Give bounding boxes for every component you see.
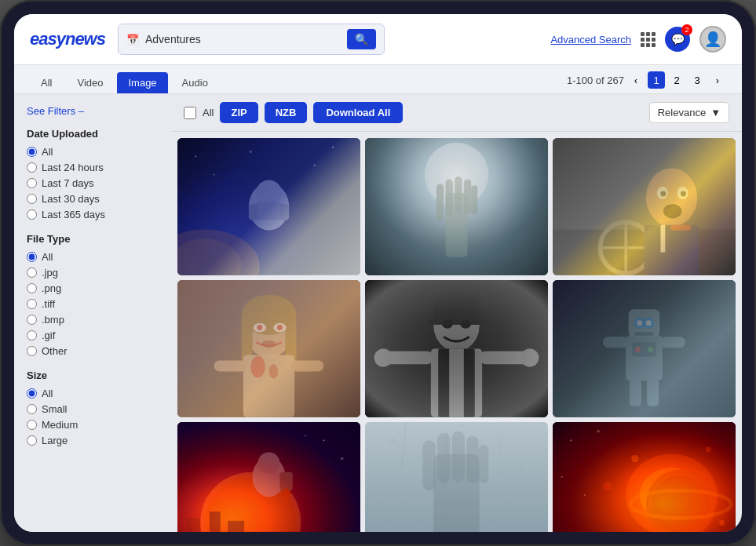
tab-all[interactable]: All [30,72,63,93]
size-medium-option[interactable]: Medium [27,419,159,431]
file-type-title: File Type [27,233,159,245]
svg-point-4 [332,146,334,147]
date-all-option[interactable]: All [27,146,159,158]
pagination: 1-100 of 267 ‹ 1 2 3 › [567,71,726,93]
sort-dropdown[interactable]: Relevance ▼ [649,102,729,123]
svg-point-82 [200,472,301,532]
zip-button[interactable]: ZIP [220,102,257,123]
svg-rect-106 [478,445,488,483]
date-365d-option[interactable]: Last 365 days [27,209,159,220]
svg-rect-74 [603,337,629,348]
next-page-button[interactable]: › [709,71,726,89]
svg-point-67 [643,318,654,329]
image-item-7[interactable] [177,422,360,533]
notification-button[interactable]: 💬 2 [665,27,690,52]
svg-point-119 [603,481,612,490]
size-all-option[interactable]: All [27,388,159,399]
svg-rect-35 [177,280,360,417]
svg-rect-21 [553,138,736,275]
svg-point-44 [261,340,276,348]
type-bmp-option[interactable]: .bmp [27,314,159,326]
nzb-button[interactable]: NZB [265,102,308,123]
svg-rect-89 [187,518,200,532]
tab-audio[interactable]: Audio [171,72,219,93]
download-all-button[interactable]: Download All [313,102,403,123]
advanced-search-link[interactable]: Advanced Search [550,34,631,46]
image-grid-container [171,132,742,532]
type-all-option[interactable]: All [27,251,159,263]
svg-point-87 [283,487,290,502]
search-input[interactable] [145,33,341,46]
header: EASYNEWS 📅 🔍 Advanced Search 💬 2 [14,14,742,65]
image-item-2[interactable] [365,138,548,275]
page-1-button[interactable]: 1 [648,71,665,89]
prev-page-button[interactable]: ‹ [627,71,645,89]
svg-point-83 [205,476,297,532]
svg-point-3 [314,165,316,166]
size-small-option[interactable]: Small [27,403,159,415]
select-all-checkbox[interactable] [184,107,196,119]
svg-rect-64 [626,335,663,380]
svg-point-68 [637,320,642,326]
svg-rect-34 [670,225,691,231]
svg-point-114 [653,479,690,511]
date-24h-option[interactable]: Last 24 hours [27,162,159,173]
svg-rect-63 [553,280,736,417]
svg-point-30 [681,191,686,197]
svg-point-66 [634,318,645,329]
tab-image[interactable]: Image [117,72,167,93]
search-button[interactable]: 🔍 [347,29,376,49]
image-item-4[interactable] [177,280,360,417]
svg-point-36 [245,303,293,358]
svg-point-112 [626,453,718,532]
svg-point-120 [719,519,725,525]
grid-view-icon[interactable] [641,32,656,47]
svg-point-1 [195,155,196,157]
screen: EASYNEWS 📅 🔍 Advanced Search 💬 2 [14,14,742,532]
svg-rect-22 [553,230,736,275]
image-item-3[interactable] [553,138,736,275]
svg-rect-39 [285,315,296,369]
image-item-9[interactable] [553,422,736,533]
svg-rect-19 [464,179,471,213]
svg-point-5 [213,173,214,175]
type-jpg-option[interactable]: .jpg [27,267,159,278]
calendar-icon: 📅 [126,34,139,46]
type-tiff-option[interactable]: .tiff [27,298,159,310]
page-2-button[interactable]: 2 [668,71,685,89]
tabs-bar: All Video Image Audio 1-100 of 267 ‹ 1 2… [14,65,742,94]
date-7d-option[interactable]: Last 7 days [27,177,159,189]
svg-point-94 [389,437,395,442]
date-30d-option[interactable]: Last 30 days [27,193,159,205]
svg-point-55 [460,319,471,329]
svg-point-42 [257,325,262,330]
tab-video[interactable]: Video [66,72,114,93]
size-large-option[interactable]: Large [27,435,159,446]
svg-point-54 [442,319,453,329]
image-item-1[interactable] [177,138,360,275]
svg-rect-32 [645,225,699,275]
date-uploaded-filter: Date Uploaded All Last 24 hours Last 7 d… [27,128,159,220]
svg-rect-92 [365,422,548,533]
svg-point-69 [646,320,652,326]
image-item-5[interactable] [365,280,548,417]
svg-point-97 [518,465,523,470]
image-item-6[interactable] [553,280,736,417]
svg-point-7 [177,238,242,275]
svg-line-98 [402,422,407,468]
image-item-8[interactable] [365,422,548,533]
toolbar-all-label: All [203,107,214,118]
svg-rect-93 [365,422,548,533]
type-other-option[interactable]: Other [27,345,159,357]
svg-point-95 [418,457,422,460]
type-png-option[interactable]: .png [27,282,159,294]
svg-point-23 [601,222,652,273]
svg-rect-107 [553,422,736,533]
image-grid [177,138,736,532]
svg-point-80 [341,457,343,459]
type-gif-option[interactable]: .gif [27,329,159,341]
svg-rect-11 [249,204,258,220]
user-avatar[interactable]: 👤 [699,26,726,53]
see-filters-toggle[interactable]: See Filters – [27,105,159,117]
page-3-button[interactable]: 3 [688,71,706,89]
